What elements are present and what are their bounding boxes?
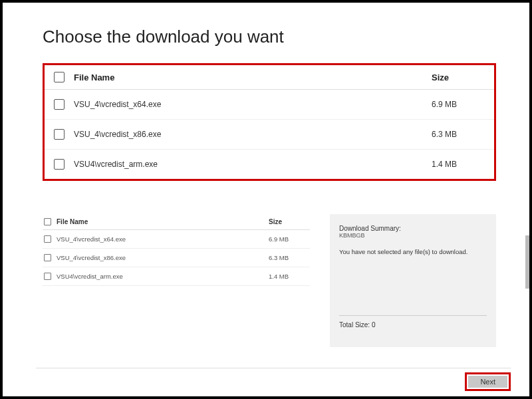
file-name: VSU_4\vcredist_x64.exe bbox=[74, 100, 432, 109]
file-name: VSU_4\vcredist_x86.exe bbox=[74, 130, 432, 139]
file-row-small: VSU_4\vcredist_x86.exe 6.3 MB bbox=[43, 249, 310, 267]
file-name-small: VSU_4\vcredist_x64.exe bbox=[57, 235, 269, 243]
file-size: 1.4 MB bbox=[432, 160, 485, 169]
file-row-small: VSU_4\vcredist_x64.exe 6.9 MB bbox=[43, 230, 310, 249]
select-all-checkbox-small[interactable] bbox=[44, 218, 51, 225]
bottom-bar: Next bbox=[36, 368, 511, 391]
file-table-highlighted: File Name Size VSU_4\vcredist_x64.exe 6.… bbox=[43, 63, 496, 181]
col-header-size: Size bbox=[432, 72, 485, 82]
file-row: VSU4\vcredist_arm.exe 1.4 MB bbox=[45, 150, 494, 179]
scrollbar[interactable] bbox=[525, 235, 529, 289]
file-checkbox[interactable] bbox=[54, 159, 65, 170]
file-row: VSU_4\vcredist_x86.exe 6.3 MB bbox=[45, 120, 494, 150]
file-checkbox-small[interactable] bbox=[44, 235, 51, 243]
page-title: Choose the download you want bbox=[43, 27, 496, 47]
file-table-small: File Name Size VSU_4\vcredist_x64.exe 6.… bbox=[43, 214, 310, 347]
file-table-header: File Name Size bbox=[45, 65, 494, 90]
file-checkbox-small[interactable] bbox=[44, 254, 51, 261]
summary-total: Total Size: 0 bbox=[339, 321, 487, 329]
summary-units: KBMBGB bbox=[339, 232, 487, 239]
file-table-header-small: File Name Size bbox=[43, 214, 310, 230]
file-checkbox[interactable] bbox=[54, 99, 65, 110]
file-checkbox[interactable] bbox=[54, 129, 65, 140]
file-size: 6.9 MB bbox=[432, 100, 485, 109]
file-size-small: 6.3 MB bbox=[269, 254, 309, 261]
file-name-small: VSU4\vcredist_arm.exe bbox=[57, 273, 269, 280]
file-checkbox-small[interactable] bbox=[44, 273, 51, 280]
summary-title: Download Summary: bbox=[339, 225, 487, 232]
file-size: 6.3 MB bbox=[432, 130, 485, 139]
file-size-small: 6.9 MB bbox=[269, 235, 309, 243]
download-summary-panel: Download Summary: KBMBGB You have not se… bbox=[330, 214, 496, 347]
file-name: VSU4\vcredist_arm.exe bbox=[74, 160, 432, 169]
file-name-small: VSU_4\vcredist_x86.exe bbox=[57, 254, 269, 261]
next-button-highlight: Next bbox=[465, 372, 511, 391]
file-row: VSU_4\vcredist_x64.exe 6.9 MB bbox=[45, 90, 494, 120]
divider bbox=[339, 315, 487, 316]
col-header-size-small: Size bbox=[269, 218, 309, 225]
next-button[interactable]: Next bbox=[468, 376, 507, 388]
file-size-small: 1.4 MB bbox=[269, 273, 309, 280]
col-header-name: File Name bbox=[74, 72, 432, 82]
col-header-name-small: File Name bbox=[57, 218, 269, 225]
select-all-checkbox[interactable] bbox=[54, 72, 65, 82]
file-row-small: VSU4\vcredist_arm.exe 1.4 MB bbox=[43, 267, 310, 286]
summary-message: You have not selected any file(s) to dow… bbox=[339, 248, 487, 255]
